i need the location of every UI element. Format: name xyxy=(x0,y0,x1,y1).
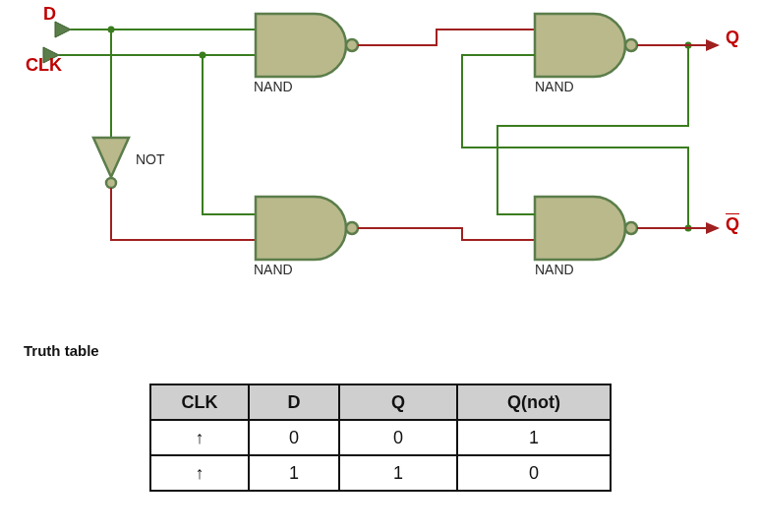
label-nand4: NAND xyxy=(535,262,574,277)
table-row: ↑ 0 0 1 xyxy=(150,420,611,455)
arrow-q-icon xyxy=(706,39,720,51)
truth-table: CLK D Q Q(not) ↑ 0 0 1 ↑ 1 1 0 xyxy=(149,384,612,492)
nand1-gate xyxy=(256,14,358,77)
label-q: Q xyxy=(726,28,739,48)
svg-point-1 xyxy=(106,178,116,188)
truth-table-title: Truth table xyxy=(24,342,99,359)
label-d: D xyxy=(43,4,56,25)
svg-point-3 xyxy=(346,222,358,234)
header-qn: Q(not) xyxy=(457,384,611,420)
label-nand1: NAND xyxy=(254,79,293,94)
wire-nand1-to-nand3 xyxy=(358,30,535,45)
nand2-gate xyxy=(256,197,358,260)
header-clk: CLK xyxy=(150,384,249,420)
svg-point-4 xyxy=(625,39,637,51)
svg-point-2 xyxy=(346,39,358,51)
svg-point-5 xyxy=(625,222,637,234)
wire-nand2-to-nand4 xyxy=(358,228,535,240)
cell-d: 0 xyxy=(249,420,339,455)
table-header-row: CLK D Q Q(not) xyxy=(150,384,611,420)
nand3-gate xyxy=(535,14,637,77)
cell-q: 0 xyxy=(339,420,457,455)
not-gate xyxy=(93,138,129,188)
cell-qn: 0 xyxy=(457,455,611,491)
table-row: ↑ 1 1 0 xyxy=(150,455,611,491)
svg-marker-0 xyxy=(93,138,129,177)
label-not: NOT xyxy=(136,151,165,167)
d-flipflop-circuit: D CLK Q Q NOT NAND NAND NAND NAND xyxy=(0,0,759,305)
label-nand2: NAND xyxy=(254,262,293,277)
nand4-gate xyxy=(535,197,637,260)
wire-clk-to-nand2 xyxy=(203,55,256,214)
label-nand3: NAND xyxy=(535,79,574,94)
circuit-svg xyxy=(0,0,759,305)
cell-clk: ↑ xyxy=(150,420,249,455)
header-d: D xyxy=(249,384,339,420)
cell-qn: 1 xyxy=(457,420,611,455)
cell-q: 1 xyxy=(339,455,457,491)
port-d-icon xyxy=(55,22,71,37)
cell-clk: ↑ xyxy=(150,455,249,491)
header-q: Q xyxy=(339,384,457,420)
arrow-qbar-icon xyxy=(706,222,720,234)
cell-d: 1 xyxy=(249,455,339,491)
label-qbar: Q xyxy=(726,214,739,235)
label-clk: CLK xyxy=(26,55,62,76)
